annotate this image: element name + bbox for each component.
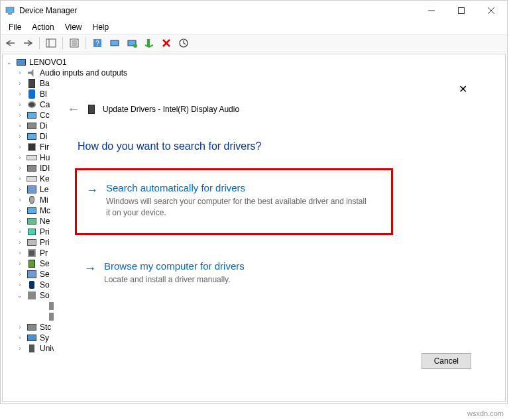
chevron-right-icon[interactable]: › — [16, 281, 24, 289]
chevron-right-icon[interactable]: › — [16, 164, 24, 172]
tree-root[interactable]: ⌄ LENOVO1 — [3, 57, 505, 68]
svg-rect-3 — [458, 8, 464, 14]
chevron-right-icon[interactable]: › — [16, 238, 24, 246]
tree-item-label: Sy — [40, 333, 49, 342]
disk-icon — [27, 322, 37, 333]
app-icon — [5, 5, 15, 16]
chevron-right-icon[interactable]: › — [16, 344, 24, 352]
svg-text:?: ? — [95, 40, 99, 47]
tree-item-label: Di — [40, 132, 47, 141]
option-title: Browse my computer for drivers — [104, 260, 384, 272]
chevron-right-icon[interactable]: › — [16, 249, 24, 257]
tree-item-label: Stc — [40, 323, 51, 332]
tree-item[interactable]: ›Audio inputs and outputs — [3, 68, 505, 78]
usb-icon — [27, 343, 37, 354]
scan-hardware-button[interactable] — [107, 36, 122, 50]
chevron-right-icon[interactable]: › — [16, 111, 24, 119]
chevron-right-icon[interactable]: › — [16, 79, 24, 87]
chevron-right-icon[interactable]: › — [16, 217, 24, 225]
update-driver-dialog: ✕ ← Update Drivers - Intel(R) Display Au… — [54, 78, 478, 376]
chevron-right-icon[interactable]: › — [16, 90, 24, 98]
chevron-right-icon[interactable]: › — [16, 69, 24, 77]
cam-icon — [27, 99, 37, 110]
scan-changes-button[interactable] — [176, 36, 191, 50]
chevron-right-icon[interactable]: › — [16, 154, 24, 162]
option-browse-computer[interactable]: → Browse my computer for drivers Locate … — [75, 252, 393, 293]
computer-icon — [16, 57, 27, 68]
print-icon — [27, 237, 37, 248]
arrow-right-icon: → — [86, 184, 98, 219]
chevron-right-icon[interactable]: › — [16, 143, 24, 151]
kb-icon — [27, 174, 37, 184]
chevron-right-icon[interactable]: › — [16, 132, 24, 140]
tree-item-label: Cc — [40, 111, 50, 120]
option-search-automatically[interactable]: → Search automatically for drivers Windo… — [75, 168, 393, 235]
chevron-right-icon[interactable] — [37, 302, 45, 310]
toolbar: ? — [1, 34, 507, 52]
pc-icon — [27, 333, 37, 343]
menu-view[interactable]: View — [60, 21, 87, 33]
chevron-right-icon[interactable] — [37, 313, 45, 321]
chip-icon — [27, 142, 37, 152]
menu-file[interactable]: File — [3, 21, 27, 33]
uninstall-device-button[interactable] — [159, 36, 174, 50]
chevron-right-icon[interactable]: › — [16, 175, 24, 183]
generic-icon — [27, 269, 37, 280]
snd-icon — [27, 290, 37, 301]
tree-item-label: Bl — [40, 89, 47, 99]
tree-item-label: Ke — [40, 174, 50, 184]
battery-icon — [27, 78, 37, 89]
properties-button[interactable] — [67, 36, 82, 50]
kb-icon — [27, 152, 37, 163]
help-button[interactable]: ? — [90, 36, 105, 50]
arrow-right-icon: → — [84, 262, 96, 286]
chevron-right-icon[interactable]: › — [16, 185, 24, 193]
chevron-right-icon[interactable]: › — [16, 207, 24, 215]
chevron-right-icon[interactable]: › — [16, 323, 24, 331]
show-hide-tree-button[interactable] — [44, 36, 58, 50]
tree-item-label: Se — [40, 259, 50, 268]
update-driver-button[interactable] — [125, 36, 139, 50]
monitor-icon — [27, 205, 37, 216]
menu-help[interactable]: Help — [87, 21, 115, 33]
tree-item-label: IDI — [40, 164, 50, 173]
chevron-right-icon[interactable]: › — [16, 101, 24, 109]
tree-item-label: Mi — [40, 195, 48, 205]
close-button[interactable] — [476, 1, 506, 21]
tree-item-label: Mc — [40, 206, 50, 215]
menu-action[interactable]: Action — [27, 21, 59, 33]
tree-item-label: Ca — [40, 100, 50, 109]
chevron-right-icon[interactable]: › — [16, 270, 24, 278]
sec-icon — [27, 258, 37, 269]
tree-item-label: Pri — [40, 238, 50, 247]
bt-icon — [27, 89, 37, 99]
chevron-down-icon[interactable]: ⌄ — [5, 58, 13, 66]
tree-root-label: LENOVO1 — [29, 58, 67, 67]
tree-item-label: Ba — [40, 79, 50, 88]
driver-icon — [87, 104, 96, 115]
speaker-icon — [27, 68, 37, 78]
cancel-button[interactable]: Cancel — [422, 353, 471, 369]
chevron-right-icon[interactable]: › — [16, 122, 24, 130]
monitor-icon — [27, 110, 37, 121]
dialog-close-button[interactable]: ✕ — [453, 80, 473, 98]
chevron-right-icon[interactable]: › — [16, 334, 24, 342]
tree-item-label: Pri — [40, 227, 50, 236]
maximize-button[interactable] — [446, 1, 476, 21]
menubar: File Action View Help — [1, 21, 507, 34]
tree-item-label: Audio inputs and outputs — [40, 68, 127, 78]
net-icon — [27, 216, 37, 227]
enable-device-button[interactable] — [142, 36, 156, 50]
minimize-button[interactable] — [416, 1, 446, 21]
chevron-down-icon[interactable]: ⌄ — [16, 291, 24, 299]
dialog-back-button[interactable]: ← — [67, 101, 80, 117]
tree-item-label: Pr — [40, 248, 48, 258]
dialog-heading: How do you want to search for drivers? — [54, 117, 478, 152]
tree-item-label: Hu — [40, 153, 50, 162]
forward-button[interactable] — [21, 36, 35, 50]
chevron-right-icon[interactable]: › — [16, 228, 24, 236]
titlebar: Device Manager — [1, 1, 507, 21]
back-button[interactable] — [3, 36, 18, 50]
chevron-right-icon[interactable]: › — [16, 260, 24, 268]
chevron-right-icon[interactable]: › — [16, 196, 24, 204]
